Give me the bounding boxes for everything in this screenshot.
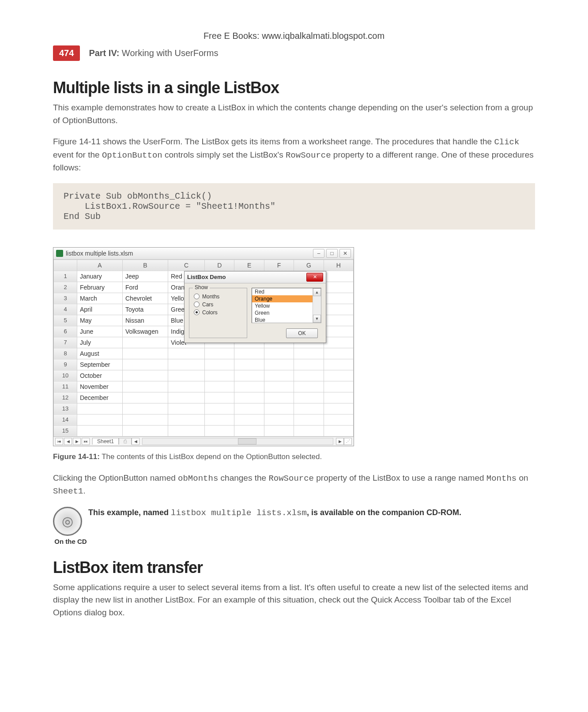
row-header[interactable]: 11 — [54, 381, 77, 392]
scroll-down-icon[interactable]: ▼ — [313, 315, 321, 323]
list-item[interactable]: Red — [252, 288, 313, 295]
hscroll-left-icon[interactable]: ◀ — [132, 438, 139, 445]
cell[interactable]: February — [77, 282, 123, 293]
list-item[interactable]: Orange — [252, 295, 313, 302]
listbox-scrollbar[interactable]: ▲ ▼ — [313, 288, 321, 323]
figure-caption: Figure 14-11: The contents of this ListB… — [53, 452, 535, 461]
code-months: Months — [486, 474, 516, 483]
cell[interactable]: August — [77, 348, 123, 359]
radio-colors[interactable]: Colors — [194, 309, 242, 316]
page-number-badge: 474 — [53, 45, 80, 61]
maximize-button[interactable]: □ — [326, 249, 338, 258]
cell[interactable]: September — [77, 359, 123, 370]
cell[interactable]: January — [77, 271, 123, 282]
row-header[interactable]: 2 — [54, 282, 77, 293]
figure-label: Figure 14-11: — [53, 452, 100, 461]
userform-titlebar[interactable]: ListBox Demo ✕ — [185, 271, 326, 283]
select-all-cell[interactable] — [54, 260, 77, 271]
sheet-tab-new[interactable]: ⎙ — [119, 438, 132, 445]
radio-label: Cars — [202, 301, 213, 308]
nav-next-icon[interactable]: ▶ — [73, 438, 81, 445]
part-title: Part IV: Working with UserForms — [89, 48, 218, 58]
radio-cars[interactable]: Cars — [194, 301, 242, 308]
cell[interactable]: Volkswagen — [123, 326, 168, 337]
cd-icon: ◎ — [53, 507, 82, 536]
cell[interactable]: April — [77, 304, 123, 315]
row-header[interactable]: 1 — [54, 271, 77, 282]
col-header[interactable]: H — [324, 260, 353, 271]
row-header[interactable]: 10 — [54, 370, 77, 381]
cell[interactable]: Jeep — [123, 271, 168, 282]
af-b: changes the — [218, 473, 268, 482]
row-header[interactable]: 12 — [54, 392, 77, 403]
close-button[interactable]: ✕ — [339, 249, 351, 258]
section-heading-item-transfer: ListBox item transfer — [53, 558, 535, 577]
nav-prev-icon[interactable]: ◀ — [64, 438, 72, 445]
radio-months[interactable]: Months — [194, 294, 242, 300]
cell[interactable]: Chevrolet — [123, 293, 168, 304]
cell[interactable]: Nissan — [123, 315, 168, 326]
code-rowsource: RowSource — [286, 151, 331, 160]
cell[interactable] — [123, 337, 168, 348]
nav-first-icon[interactable]: ⏮ — [55, 438, 63, 445]
row-header[interactable]: 14 — [54, 414, 77, 425]
cell[interactable]: December — [77, 392, 123, 403]
section1-para1: This example demonstrates how to create … — [53, 102, 535, 127]
p2-seg-a: Figure 14-11 shows the UserForm. The Lis… — [53, 137, 494, 146]
row-header[interactable]: 3 — [54, 293, 77, 304]
hscroll-right-icon[interactable]: ▶ — [336, 438, 344, 445]
cell[interactable]: October — [77, 370, 123, 381]
row-header[interactable]: 9 — [54, 359, 77, 370]
sheet-tab[interactable]: Sheet1 — [92, 438, 119, 445]
radio-icon — [194, 309, 200, 315]
row-header[interactable]: 8 — [54, 348, 77, 359]
col-header[interactable]: B — [123, 260, 168, 271]
cell[interactable]: November — [77, 381, 123, 392]
list-item[interactable]: Blue — [252, 316, 313, 323]
header-free-books: Free E Books: www.iqbalkalmati.blogspot.… — [53, 31, 535, 41]
nav-last-icon[interactable]: ⏭ — [82, 438, 90, 445]
minimize-button[interactable]: – — [313, 249, 324, 258]
col-header[interactable]: C — [168, 260, 205, 271]
row-header[interactable]: 15 — [54, 425, 77, 436]
cell[interactable]: March — [77, 293, 123, 304]
userform-title: ListBox Demo — [187, 274, 306, 280]
cell[interactable] — [324, 271, 353, 282]
excel-titlebar[interactable]: listbox multiple lists.xlsm – □ ✕ — [53, 248, 354, 260]
section-heading-multiple-lists: Multiple lists in a single ListBox — [53, 79, 535, 97]
radio-icon — [194, 301, 200, 307]
sheet-nav[interactable]: ⏮ ◀ ▶ ⏭ — [55, 438, 90, 445]
col-header[interactable]: G — [294, 260, 324, 271]
hscroll-thumb[interactable] — [238, 438, 256, 445]
row-header[interactable]: 7 — [54, 337, 77, 348]
col-header[interactable]: A — [77, 260, 123, 271]
cell[interactable]: Ford — [123, 282, 168, 293]
figure-text: The contents of this ListBox depend on t… — [102, 452, 322, 461]
cell[interactable]: June — [77, 326, 123, 337]
listbox[interactable]: Red Orange Yellow Green Blue ▲ ▼ — [252, 288, 321, 323]
af-a: Clicking the OptionButton named — [53, 473, 178, 482]
col-header[interactable]: D — [205, 260, 234, 271]
groupbox-title: Show — [193, 284, 210, 290]
p2-seg-c: controls simply set the ListBox's — [162, 150, 286, 159]
cd-text: This example, named listbox multiple lis… — [88, 507, 535, 520]
radio-label: Colors — [202, 309, 218, 316]
row-header[interactable]: 4 — [54, 304, 77, 315]
cell[interactable]: July — [77, 337, 123, 348]
row-header[interactable]: 5 — [54, 315, 77, 326]
scroll-up-icon[interactable]: ▲ — [313, 288, 321, 296]
col-header[interactable]: F — [264, 260, 294, 271]
userform-close-button[interactable]: ✕ — [306, 273, 323, 282]
resize-grip-icon[interactable]: ⋰ — [344, 438, 352, 445]
ok-button[interactable]: OK — [286, 328, 318, 338]
col-header[interactable]: E — [234, 260, 264, 271]
row-header[interactable]: 6 — [54, 326, 77, 337]
list-item[interactable]: Yellow — [252, 302, 313, 309]
cell[interactable]: Toyota — [123, 304, 168, 315]
cell[interactable]: May — [77, 315, 123, 326]
userform-dialog[interactable]: ListBox Demo ✕ Show Months C — [184, 271, 326, 343]
list-item[interactable]: Green — [252, 309, 313, 316]
hscroll-track[interactable] — [142, 438, 333, 445]
part-text: Working with UserForms — [122, 48, 219, 58]
row-header[interactable]: 13 — [54, 403, 77, 414]
